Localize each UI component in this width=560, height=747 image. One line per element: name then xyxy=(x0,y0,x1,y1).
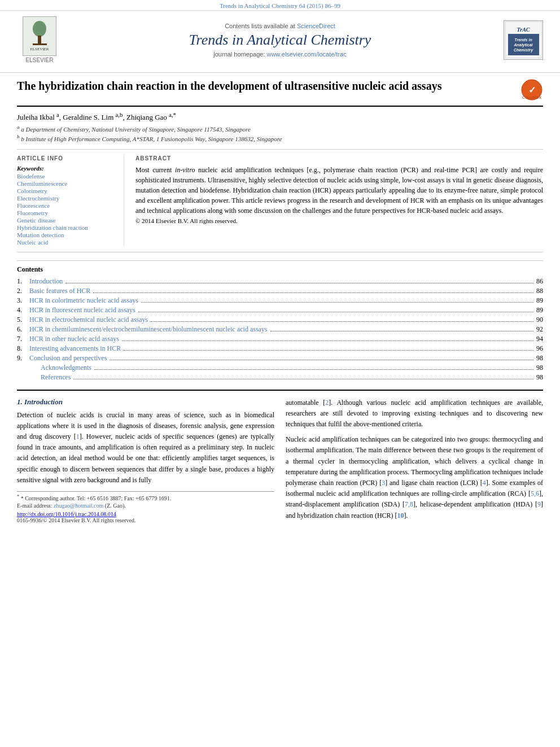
toc-row: 9.Conclusion and perspectives98 xyxy=(17,354,543,362)
svg-text:ELSEVIER: ELSEVIER xyxy=(30,47,49,51)
toc-filler xyxy=(141,302,533,303)
journal-header: Trends in Analytical Chemistry 64 (2015)… xyxy=(0,0,560,73)
crossmark-icon[interactable]: ✓ CrossMark xyxy=(520,78,543,101)
keyword-item[interactable]: Genetic disease xyxy=(17,217,118,224)
toc-filler xyxy=(65,283,533,283)
ref-10[interactable]: 10 xyxy=(397,512,404,519)
ref-3[interactable]: 3 xyxy=(382,479,385,487)
toc-filler xyxy=(110,360,533,360)
toc-num: 7. xyxy=(17,335,28,343)
svg-rect-2 xyxy=(38,36,41,43)
toc-title[interactable]: HCR in fluorescent nucleic acid assays xyxy=(29,306,135,314)
toc-page: 96 xyxy=(536,344,543,353)
toc-num: 6. xyxy=(17,325,28,334)
toc-title[interactable]: Interesting advancements in HCR xyxy=(29,344,121,353)
svg-text:Chemistry: Chemistry xyxy=(513,48,533,53)
toc-title[interactable]: HCR in chemiluminescent/electrochemilumi… xyxy=(29,325,268,334)
toc-num: 4. xyxy=(17,306,28,314)
toc-page: 94 xyxy=(536,335,543,343)
article-info-abstract: ARTICLE INFO Keywords: BiodefenseChemilu… xyxy=(17,149,543,252)
toc-page: 88 xyxy=(536,287,543,295)
toc-page: 92 xyxy=(536,325,543,334)
homepage-link[interactable]: www.elsevier.com/locate/trac xyxy=(266,51,346,58)
ref-2[interactable]: 2 xyxy=(325,399,329,407)
toc-title[interactable]: Acknowledgments xyxy=(41,364,91,372)
svg-text:TrAC: TrAC xyxy=(517,27,530,33)
svg-text:CrossMark: CrossMark xyxy=(522,95,541,99)
abstract-body: Most current in-vitro nucleic acid ampli… xyxy=(135,166,543,215)
toc-row: References98 xyxy=(17,373,543,382)
toc-title[interactable]: Basic features of HCR xyxy=(29,287,90,295)
abstract-copyright: © 2014 Elsevier B.V. All rights reserved… xyxy=(135,217,238,224)
elsevier-label: ELSEVIER xyxy=(26,57,54,63)
toc-list: 1.Introduction862.Basic features of HCR8… xyxy=(17,277,543,382)
contents-available: Contents lists available at ScienceDirec… xyxy=(62,23,498,29)
toc-page: 89 xyxy=(536,296,543,305)
intro-para-1: Detection of nucleic acids is crucial in… xyxy=(17,410,274,486)
doi-link[interactable]: http://dx.doi.org/10.1016/j.trac.2014.08… xyxy=(17,511,116,517)
author-email[interactable]: zhugao@hotmail.com xyxy=(54,503,103,509)
elsevier-tree-svg: ELSEVIER xyxy=(24,19,55,54)
toc-row: 2.Basic features of HCR88 xyxy=(17,287,543,295)
toc-page: 89 xyxy=(536,306,543,314)
keyword-item[interactable]: Fluorometry xyxy=(17,209,118,216)
footnote-section: * * Corresponding author. Tel: +65 6516 … xyxy=(17,491,274,509)
svg-text:Trends in: Trends in xyxy=(514,38,532,42)
authors-line: Juleiha Ikbal a, Geraldine S. Lim a,b, Z… xyxy=(17,111,543,122)
keyword-item[interactable]: Mutation detection xyxy=(17,231,118,238)
header-content: ELSEVIER ELSEVIER Contents lists availab… xyxy=(0,11,560,68)
ref-4[interactable]: 4 xyxy=(483,479,486,487)
toc-title[interactable]: References xyxy=(41,373,71,382)
toc-row: 1.Introduction86 xyxy=(17,277,543,286)
journal-name: Trends in Analytical Chemistry xyxy=(62,32,498,49)
contents-title: Contents xyxy=(17,265,543,274)
keyword-item[interactable]: Electrochemistry xyxy=(17,195,118,202)
toc-page: 98 xyxy=(536,373,543,382)
toc-filler xyxy=(138,312,533,312)
email-footnote: E-mail address: zhugao@hotmail.com (Z. G… xyxy=(17,503,274,509)
trac-svg: TrAC Trends in Analytical Chemistry xyxy=(505,21,542,58)
toc-filler xyxy=(122,340,533,341)
article-info-section: ARTICLE INFO Keywords: BiodefenseChemilu… xyxy=(17,155,124,246)
ref-9[interactable]: 9 xyxy=(537,500,541,508)
affiliation-b: b b Institute of High Performance Comput… xyxy=(17,134,543,142)
journal-title-block: Contents lists available at ScienceDirec… xyxy=(62,23,498,58)
journal-citation: Trends in Analytical Chemistry 64 (2015)… xyxy=(220,2,340,9)
keyword-item[interactable]: Biodefense xyxy=(17,173,118,180)
toc-filler xyxy=(124,350,533,351)
toc-row: 3.HCR in colorimetric nucleic acid assay… xyxy=(17,296,543,305)
trac-logo-block: TrAC Trends in Analytical Chemistry xyxy=(498,20,543,60)
keyword-item[interactable]: Hybridization chain reaction xyxy=(17,224,118,231)
toc-page: 98 xyxy=(536,354,543,362)
elsevier-logo-block: ELSEVIER ELSEVIER xyxy=(17,16,62,63)
toc-title[interactable]: HCR in electrochemical nucleic acid assa… xyxy=(29,316,148,324)
toc-title[interactable]: HCR in colorimetric nucleic acid assays xyxy=(29,296,138,305)
toc-row: 5.HCR in electrochemical nucleic acid as… xyxy=(17,316,543,324)
abstract-title: ABSTRACT xyxy=(135,155,543,161)
toc-title[interactable]: Conclusion and perspectives xyxy=(29,354,107,362)
svg-text:✓: ✓ xyxy=(528,85,536,95)
main-body-columns: 1. Introduction Detection of nucleic aci… xyxy=(17,390,543,526)
svg-text:Analytical: Analytical xyxy=(513,43,533,47)
keyword-item[interactable]: Fluorescence xyxy=(17,202,118,209)
toc-title[interactable]: HCR in other nucleic acid assays xyxy=(29,335,119,343)
section-1-heading: 1. Introduction xyxy=(17,397,274,407)
author-geraldine: Geraldine S. Lim a,b, xyxy=(63,113,126,121)
column-right: automatable [2]. Although various nuclei… xyxy=(286,397,543,526)
ref-1[interactable]: 1 xyxy=(76,433,80,440)
svg-rect-3 xyxy=(33,43,47,45)
toc-title[interactable]: Introduction xyxy=(29,277,63,286)
crossmark-svg: ✓ CrossMark xyxy=(520,78,543,101)
affiliation-a: a a Department of Chemistry, National Un… xyxy=(17,124,543,133)
contents-section: Contents 1.Introduction862.Basic feature… xyxy=(17,260,543,382)
sciencedirect-link[interactable]: ScienceDirect xyxy=(297,23,335,29)
keyword-item[interactable]: Colorimetry xyxy=(17,187,118,194)
ref-5-6[interactable]: 5,6 xyxy=(531,490,539,497)
ref-7-8[interactable]: 7,8 xyxy=(405,500,413,508)
corresponding-author: * * Corresponding author. Tel: +65 6516 … xyxy=(17,494,274,501)
journal-homepage: journal homepage: www.elsevier.com/locat… xyxy=(62,51,498,58)
keyword-item[interactable]: Chemiluminescence xyxy=(17,180,118,187)
intro-para-2: automatable [2]. Although various nuclei… xyxy=(286,397,543,430)
keywords-label: Keywords: xyxy=(17,165,118,172)
keyword-item[interactable]: Nucleic acid xyxy=(17,239,118,246)
